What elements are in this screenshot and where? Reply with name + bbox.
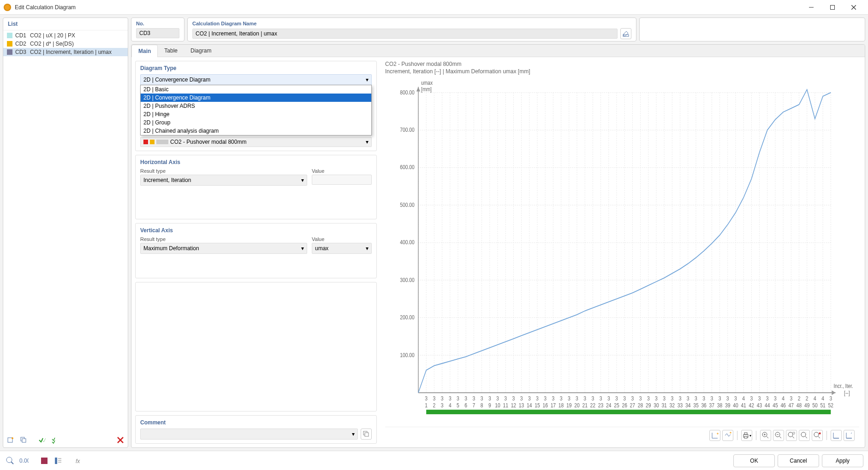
- list-item-CD1[interactable]: CD1CO2 | uX | 20 | PX: [3, 31, 128, 40]
- svg-text:3: 3: [719, 396, 721, 402]
- diagram-type-option[interactable]: 2D | Pushover ADRS: [141, 102, 371, 110]
- print-button[interactable]: ▾: [741, 430, 752, 441]
- list-item-CD2[interactable]: CD2CO2 | d* | Se(DS): [3, 40, 128, 48]
- diagram-type-option[interactable]: 2D | Chained analysis diagram: [141, 127, 371, 135]
- svg-rect-189: [426, 410, 831, 414]
- color-button[interactable]: [39, 455, 50, 466]
- new-item-button[interactable]: [5, 435, 16, 446]
- vaxis-result-value: Maximum Deformation: [143, 245, 199, 252]
- chevron-down-icon: ▾: [366, 139, 369, 145]
- close-button[interactable]: [843, 0, 864, 15]
- diagram-type-dropdown: 2D | Basic2D | Convergence Diagram2D | P…: [140, 85, 372, 135]
- tabs: MainTableDiagram: [131, 45, 865, 57]
- edit-name-button[interactable]: [620, 28, 631, 39]
- diagram-type-option[interactable]: 2D | Basic: [141, 85, 371, 94]
- chevron-down-icon: ▾: [301, 177, 304, 183]
- svg-text:3: 3: [655, 396, 658, 402]
- name-input[interactable]: CO2 | Increment, Iteration | umax: [192, 29, 618, 39]
- zoom-prev-button[interactable]: [799, 430, 810, 441]
- zoom-all-button[interactable]: [812, 430, 823, 441]
- svg-rect-13: [365, 433, 369, 436]
- diagram-type-select[interactable]: 2D | Convergence Diagram ▾ 2D | Basic2D …: [140, 74, 372, 85]
- function-button[interactable]: fx: [73, 455, 84, 466]
- svg-text:30: 30: [654, 402, 659, 408]
- svg-text:24: 24: [606, 402, 611, 408]
- app-icon: [4, 4, 11, 11]
- svg-text:3: 3: [726, 396, 729, 402]
- svg-text:14: 14: [527, 402, 532, 408]
- svg-text:3: 3: [600, 396, 602, 402]
- svg-text:28: 28: [638, 402, 643, 408]
- diagram-type-option[interactable]: 2D | Group: [141, 118, 371, 127]
- svg-text:50: 50: [812, 402, 817, 408]
- svg-line-202: [767, 436, 768, 438]
- svg-text:2: 2: [433, 402, 436, 408]
- diagram-type-option[interactable]: 2D | Hinge: [141, 110, 371, 118]
- no-label: No.: [136, 21, 179, 26]
- diagram-type-value: 2D | Convergence Diagram: [143, 76, 210, 83]
- check-item-button[interactable]: [36, 435, 48, 446]
- svg-text:19: 19: [566, 402, 571, 408]
- svg-text:17: 17: [551, 402, 556, 408]
- tab-table[interactable]: Table: [158, 45, 184, 57]
- units-button[interactable]: 0.00: [18, 455, 30, 466]
- haxis-result-select[interactable]: Increment, Iteration ▾: [140, 175, 307, 186]
- comment-library-button[interactable]: [361, 429, 372, 440]
- svg-rect-8: [22, 439, 26, 442]
- minimize-button[interactable]: [801, 0, 822, 15]
- zoom-out-button[interactable]: [773, 430, 784, 441]
- load-case-select[interactable]: CO2 - Pushover modal 800mm ▾: [140, 137, 372, 147]
- chevron-down-icon: ▾: [352, 431, 355, 437]
- svg-line-212: [805, 436, 807, 438]
- svg-text:3: 3: [528, 396, 531, 402]
- comment-input[interactable]: ▾: [140, 429, 358, 440]
- copy-item-button[interactable]: [18, 435, 29, 446]
- tab-main[interactable]: Main: [131, 45, 158, 57]
- svg-text:2: 2: [798, 396, 801, 402]
- svg-text:8: 8: [481, 402, 483, 408]
- no-value: CD3: [136, 28, 179, 38]
- svg-text:3: 3: [766, 396, 769, 402]
- svg-text:49: 49: [804, 402, 809, 408]
- svg-text:9: 9: [488, 402, 491, 408]
- svg-text:3: 3: [710, 396, 713, 402]
- svg-text:3: 3: [774, 396, 777, 402]
- axis-y-button[interactable]: [722, 430, 733, 441]
- chart-style-1-button[interactable]: [831, 430, 842, 441]
- list-item-CD3[interactable]: CD3CO2 | Increment, Iteration | umax: [3, 48, 128, 56]
- svg-text:37: 37: [709, 402, 714, 408]
- svg-text:Incr., Iter.: Incr., Iter.: [833, 383, 853, 389]
- help-button[interactable]: [5, 455, 16, 466]
- tree-button[interactable]: [53, 455, 64, 466]
- svg-text:10: 10: [495, 402, 500, 408]
- svg-line-214: [818, 436, 820, 438]
- chart-style-2-button[interactable]: [844, 430, 855, 441]
- zoom-in-button[interactable]: [760, 430, 771, 441]
- cancel-button[interactable]: Cancel: [778, 454, 819, 467]
- zoom-window-button[interactable]: [786, 430, 797, 441]
- svg-text:3: 3: [583, 396, 586, 402]
- ok-button[interactable]: OK: [733, 454, 775, 467]
- vaxis-result-select[interactable]: Maximum Deformation ▾: [140, 243, 307, 254]
- tab-diagram[interactable]: Diagram: [184, 45, 218, 57]
- svg-text:3: 3: [433, 396, 436, 402]
- axis-x-button[interactable]: [709, 430, 720, 441]
- svg-line-209: [792, 436, 794, 438]
- diagram-type-option[interactable]: 2D | Convergence Diagram: [141, 94, 371, 102]
- delete-item-button[interactable]: [115, 435, 126, 446]
- maximize-button[interactable]: [822, 0, 843, 15]
- apply-button[interactable]: Apply: [822, 454, 863, 467]
- chart-area[interactable]: 100.00200.00300.00400.00500.00600.00700.…: [385, 76, 859, 427]
- comment-header: Comment: [140, 419, 372, 426]
- chart-title: CO2 - Pushover modal 800mm: [385, 61, 859, 67]
- haxis-value-label: Value: [312, 168, 372, 174]
- check-all-button[interactable]: [49, 435, 60, 446]
- svg-text:4: 4: [821, 396, 824, 402]
- svg-text:3: 3: [481, 396, 483, 402]
- svg-text:3: 3: [829, 396, 832, 402]
- svg-text:3: 3: [496, 396, 499, 402]
- vaxis-value-select[interactable]: umax ▾: [312, 243, 372, 254]
- vaxis-result-label: Result type: [140, 236, 307, 242]
- svg-text:3: 3: [702, 396, 705, 402]
- haxis-value-select[interactable]: [312, 175, 372, 185]
